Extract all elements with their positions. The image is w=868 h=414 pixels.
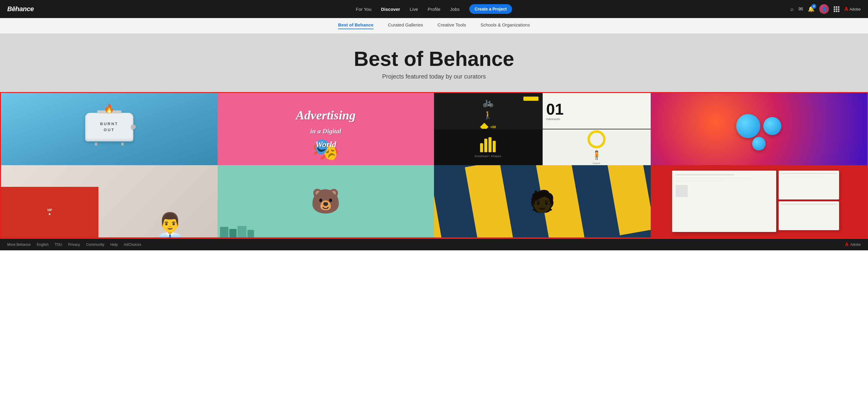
search-icon[interactable]: ⌕ [790,6,794,12]
footer-adchoices[interactable]: AdChoices [124,243,141,247]
nav-jobs[interactable]: Jobs [450,7,460,12]
notifications-wrapper[interactable]: 🔔 8 [808,6,814,12]
hero-section: Best of Behance Projects featured today … [0,34,868,92]
gallery-section: BURNTOUT 🔥 [0,92,868,238]
footer: More Behance English TOU Privacy Communi… [0,238,868,250]
navbar: Bēhance For You Discover Live Profile Jo… [0,0,868,18]
gallery-item-cartoon[interactable]: 🐻 [218,165,434,237]
secondary-nav: Best of Behance Curated Galleries Creati… [0,18,868,34]
gallery-item-toaster[interactable]: BURNTOUT 🔥 [1,93,218,165]
footer-more-behance[interactable]: More Behance [7,243,31,247]
avatar[interactable]: 👤 [819,4,829,14]
notification-badge: 8 [811,4,816,9]
sec-nav-creative-tools[interactable]: Creative Tools [438,22,466,29]
footer-language[interactable]: English [37,243,49,247]
gallery-item-advertising[interactable]: Advertisingin a DigitalWorld 🎭 [218,93,434,165]
nav-profile[interactable]: Profile [428,7,441,12]
gallery-item-person-box[interactable]: VIP★ 👨‍💼 [1,165,218,237]
gallery-item-stripes[interactable]: 🧑 [434,165,651,237]
gallery-item-balls[interactable] [651,93,867,165]
hero-subtitle: Projects featured today by our curators [7,73,861,80]
footer-community[interactable]: Community [86,243,104,247]
messages-icon[interactable]: ✉ [799,6,803,12]
sec-nav-schools-organizations[interactable]: Schools & Organizations [480,22,530,29]
nav-discover[interactable]: Discover [381,7,400,12]
footer-privacy[interactable]: Privacy [68,243,80,247]
create-project-button[interactable]: Create a Project [469,4,512,14]
footer-adobe: A Adobe [845,242,861,247]
navbar-right: ⌕ ✉ 🔔 8 👤 A Adobe [790,4,861,14]
gallery-grid: BURNTOUT 🔥 [1,93,867,237]
adobe-logo[interactable]: A Adobe [844,6,861,12]
nav-live[interactable]: Live [410,7,418,12]
nav-for-you[interactable]: For You [356,7,371,12]
apps-grid-icon[interactable] [834,6,839,12]
brand-logo[interactable]: Bēhance [7,5,34,13]
sec-nav-curated-galleries[interactable]: Curated Galleries [388,22,423,29]
gallery-item-design-system[interactable]: 🚲 🚶 +50 01 Fabricación [434,93,651,165]
footer-help[interactable]: Help [111,243,118,247]
navbar-center: For You Discover Live Profile Jobs Creat… [356,4,512,14]
footer-tou[interactable]: TOU [55,243,62,247]
hero-title: Best of Behance [7,48,861,69]
gallery-item-red-design[interactable] [651,165,867,237]
footer-left: More Behance English TOU Privacy Communi… [7,243,141,247]
sec-nav-best-of-behance[interactable]: Best of Behance [338,22,373,29]
